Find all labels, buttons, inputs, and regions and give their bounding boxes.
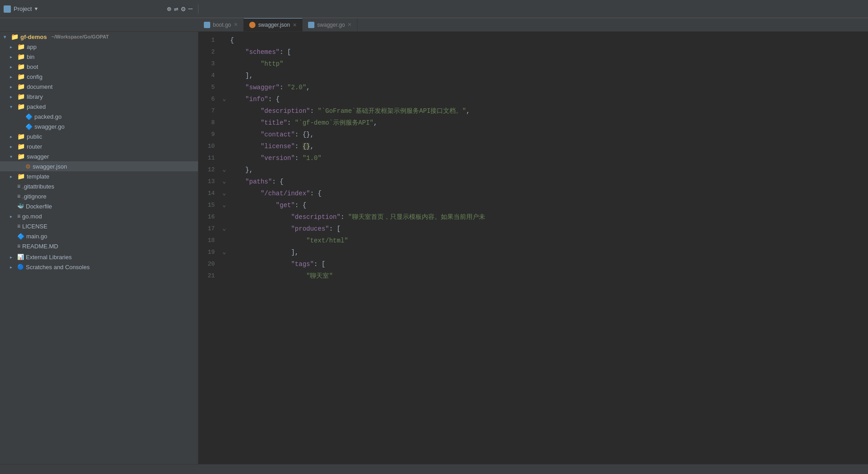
sidebar-item-library[interactable]: 📁 library — [0, 92, 198, 102]
tab-swagger-go[interactable]: swagger.go ✕ — [303, 18, 357, 31]
code-line-11: "version": "1.0" — [228, 152, 868, 164]
packed-go-label: packed.go — [34, 113, 62, 120]
packed-swagger-go-label: swagger.go — [34, 123, 65, 130]
sidebar-item-swagger[interactable]: 📁 swagger — [0, 151, 198, 161]
gs-14[interactable] — [220, 187, 228, 198]
sidebar-item-template[interactable]: 📁 template — [0, 171, 198, 181]
sidebar-item-packed-swagger-go[interactable]: 🔷 swagger.go — [0, 121, 198, 131]
gs-17[interactable] — [220, 222, 228, 234]
sidebar-item-boot[interactable]: 📁 boot — [0, 62, 198, 72]
ln-14: 14 — [198, 188, 215, 199]
app-label: app — [27, 44, 37, 50]
gitignore-label: .gitignore — [22, 193, 46, 200]
code-line-2: "schemes": [ — [228, 46, 868, 58]
swagger-json-label: swagger.json — [33, 163, 67, 170]
maingo-label: main.go — [26, 233, 47, 240]
tab-swagger-json[interactable]: swagger.json ✕ — [244, 18, 303, 31]
router-arrow — [10, 144, 15, 149]
public-arrow — [10, 134, 15, 139]
gitattributes-icon: ≡ — [17, 183, 20, 189]
sidebar-item-document[interactable]: 📁 document — [0, 82, 198, 92]
tab-boot-go[interactable]: boot.go ✕ — [198, 18, 244, 31]
sidebar-item-gitignore[interactable]: ≡ .gitignore — [0, 191, 198, 201]
root-folder-icon: 📁 — [11, 33, 19, 40]
sidebar-item-maingo[interactable]: 🔷 main.go — [0, 231, 198, 241]
equalizer-icon[interactable]: ⇌ — [174, 5, 178, 14]
template-folder-icon: 📁 — [17, 173, 25, 180]
gs-15[interactable] — [220, 198, 228, 210]
scratches-label: Scratches and Consoles — [26, 264, 90, 271]
sidebar-item-dockerfile[interactable]: 🐳 Dockerfile — [0, 201, 198, 211]
sidebar-item-license[interactable]: ≡ LICENSE — [0, 221, 198, 231]
code-line-21: "聊天室" — [228, 270, 868, 282]
document-label: document — [27, 83, 53, 90]
gs-13[interactable] — [220, 175, 228, 187]
sidebar-item-readme[interactable]: ≡ README.MD — [0, 241, 198, 251]
template-arrow — [10, 174, 15, 179]
packed-arrow — [10, 104, 15, 109]
public-label: public — [27, 133, 42, 140]
sidebar-item-gomod[interactable]: ≡ go.mod — [0, 211, 198, 221]
sidebar-item-swagger-json[interactable]: ⚙ swagger.json — [0, 161, 198, 171]
sidebar-item-scratches[interactable]: 🔵 Scratches and Consoles — [0, 262, 198, 272]
app-folder-icon: 📁 — [17, 43, 25, 50]
ln-15: 15 — [198, 199, 215, 211]
gs-6[interactable] — [220, 92, 228, 104]
readme-icon: ≡ — [17, 243, 20, 249]
bin-folder-icon: 📁 — [17, 53, 25, 60]
public-folder-icon: 📁 — [17, 133, 25, 140]
external-libs-arrow — [10, 255, 15, 260]
router-folder-icon: 📁 — [17, 143, 25, 150]
ln-6: 6 — [198, 93, 215, 105]
sidebar-item-router[interactable]: 📁 router — [0, 141, 198, 151]
sidebar-item-packed[interactable]: 📁 packed — [0, 102, 198, 111]
code-lines[interactable]: { "schemes": [ "http" ], "swagge — [228, 34, 868, 462]
config-label: config — [27, 73, 43, 80]
sidebar-item-packed-go[interactable]: 🔷 packed.go — [0, 111, 198, 121]
config-folder-icon: 📁 — [17, 73, 25, 80]
gs-1 — [220, 34, 228, 45]
swagger-json-tree-icon: ⚙ — [25, 163, 31, 170]
gs-8 — [220, 116, 228, 128]
code-line-3: "http" — [228, 58, 868, 70]
sidebar-item-external-libs[interactable]: 📊 External Libraries — [0, 252, 198, 262]
swagger-json-icon — [249, 22, 256, 28]
code-line-13: "paths": { — [228, 176, 868, 188]
dockerfile-icon: 🐳 — [17, 203, 24, 209]
scratches-icon: 🔵 — [17, 264, 24, 270]
ln-13: 13 — [198, 176, 215, 188]
sidebar-item-public[interactable]: 📁 public — [0, 131, 198, 141]
code-line-7: "description": "`GoFrame`基础开发框架示例服务API接口… — [228, 105, 868, 117]
tab-boot-go-close[interactable]: ✕ — [234, 22, 238, 28]
minimize-icon[interactable]: — — [188, 5, 193, 13]
gs-19[interactable] — [220, 246, 228, 257]
settings-icon[interactable]: ⚙ — [181, 5, 186, 14]
sidebar-item-config[interactable]: 📁 config — [0, 72, 198, 82]
tab-swagger-json-close[interactable]: ✕ — [293, 22, 297, 28]
code-line-10: "license": {}, — [228, 140, 868, 152]
library-label: library — [27, 93, 43, 100]
sidebar-item-bin[interactable]: 📁 bin — [0, 52, 198, 62]
crosshair-icon[interactable]: ⊕ — [167, 5, 171, 14]
code-line-12: }, — [228, 164, 868, 176]
sidebar-item-app[interactable]: 📁 app — [0, 42, 198, 52]
project-icon — [4, 5, 11, 13]
gomod-icon: ≡ — [17, 213, 20, 219]
project-dropdown-arrow[interactable]: ▼ — [34, 6, 38, 12]
boot-arrow — [10, 64, 15, 69]
gs-21 — [220, 269, 228, 281]
project-label[interactable]: Project — [14, 5, 32, 12]
gitignore-icon: ≡ — [17, 193, 20, 199]
sidebar-item-gitattributes[interactable]: ≡ .gitattributes — [0, 181, 198, 191]
gs-12[interactable] — [220, 163, 228, 175]
ln-17: 17 — [198, 223, 215, 235]
tab-swagger-go-close[interactable]: ✕ — [347, 22, 352, 28]
sidebar: 📁 gf-demos ~/Workspace/Go/GOPAT 📁 app 📁 … — [0, 32, 198, 464]
ln-4: 4 — [198, 70, 215, 82]
code-line-8: "title": "`gf-demo`示例服务API", — [228, 117, 868, 129]
code-line-5: "swagger": "2.0", — [228, 82, 868, 93]
gomod-arrow — [10, 214, 15, 219]
sidebar-root[interactable]: 📁 gf-demos ~/Workspace/Go/GOPAT — [0, 32, 198, 42]
code-area[interactable]: 1 2 3 4 5 6 7 8 9 10 11 12 13 14 15 16 1… — [198, 32, 868, 464]
swagger-arrow — [10, 154, 15, 159]
